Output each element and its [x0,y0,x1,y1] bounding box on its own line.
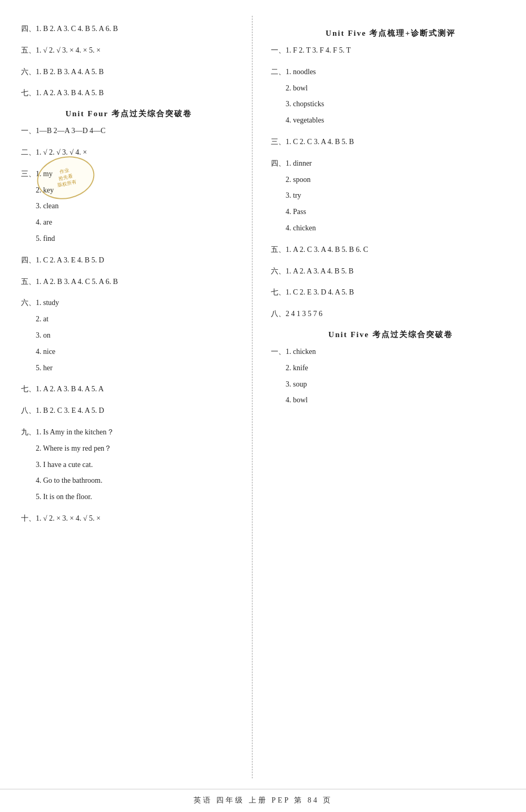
left-s13-item1: 九、1. Is Amy in the kitchen？ [21,424,236,441]
left-s4: 七、1. A 2. A 3. B 4. A 5. B [21,85,236,102]
right-s9: 一、1. chicken 2. knife 3. soup 4. bowl [271,344,510,409]
left-s7-line5: 5. find [21,231,236,247]
right-s8-line1: 八、2 4 1 3 5 7 6 [271,306,510,322]
right-s8: 八、2 4 1 3 5 7 6 [271,306,510,322]
left-s1: 四、1. B 2. A 3. C 4. B 5. A 6. B [21,21,236,37]
right-s7: 七、1. C 2. E 3. D 4. A 5. B [271,285,510,301]
right-s7-line1: 七、1. C 2. E 3. D 4. A 5. B [271,285,510,301]
right-s3-line1: 三、1. C 2. C 3. A 4. B 5. B [271,134,510,150]
right-s9-item2: 2. knife [271,360,510,377]
left-s11: 七、1. A 2. A 3. B 4. A 5. A [21,381,236,398]
right-s4-item2: 2. spoon [271,172,510,188]
left-s1-line1: 四、1. B 2. A 3. C 4. B 5. A 6. B [21,21,236,37]
left-s14: 十、1. √ 2. × 3. × 4. √ 5. × [21,511,236,527]
left-s7-line1: 三、1. my 作业抢先看版权所有 [21,166,53,182]
right-column: Unit Five 考点梳理+诊断式测评 一、1. F 2. T 3. F 4.… [252,16,526,778]
right-s2: 二、1. noodles 2. bowl 3. chopsticks 4. ve… [271,64,510,129]
left-s14-line1: 十、1. √ 2. × 3. × 4. √ 5. × [21,511,236,527]
left-title1: Unit Four 考点过关综合突破卷 [21,109,236,119]
left-s7: 三、1. my 作业抢先看版权所有 2. key 3. clean 4. are… [21,166,236,247]
left-s2: 五、1. √ 2. √ 3. × 4. × 5. × [21,43,236,59]
left-s13-item3: 3. I have a cute cat. [21,457,236,473]
left-s10-item4: 4. nice [21,344,236,360]
page: 四、1. B 2. A 3. C 4. B 5. A 6. B 五、1. √ 2… [0,0,526,812]
right-s4-item4: 4. Pass [271,204,510,220]
left-s6: 二、1. √ 2. √ 3. √ 4. × [21,145,236,161]
right-s5-line1: 五、1. A 2. C 3. A 4. B 5. B 6. C [271,242,510,258]
left-s9-line1: 五、1. A 2. B 3. A 4. C 5. A 6. B [21,274,236,290]
right-s1: 一、1. F 2. T 3. F 4. F 5. T [271,43,510,59]
left-s7-line3: 3. clean [21,198,236,215]
right-s4-item5: 4. chicken [271,220,510,237]
right-s4-item1: 四、1. dinner [271,156,510,172]
left-s5-line1: 一、1—B 2—A 3—D 4—C [21,123,236,139]
left-column: 四、1. B 2. A 3. C 4. B 5. A 6. B 五、1. √ 2… [0,16,252,778]
right-s2-item4: 4. vegetables [271,113,510,129]
page-footer: 英语 四年级 上册 PEP 第 84 页 [0,789,526,805]
left-s3-line1: 六、1. B 2. B 3. A 4. A 5. B [21,64,236,80]
right-s9-item1: 一、1. chicken [271,344,510,360]
left-s11-line1: 七、1. A 2. A 3. B 4. A 5. A [21,381,236,398]
right-title1: Unit Five 考点梳理+诊断式测评 [271,28,510,38]
right-title2: Unit Five 考点过关综合突破卷 [271,330,510,340]
columns: 四、1. B 2. A 3. C 4. B 5. A 6. B 五、1. √ 2… [0,16,526,778]
left-s10-item1: 六、1. study [21,295,236,311]
left-s5: 一、1—B 2—A 3—D 4—C [21,123,236,139]
left-s3: 六、1. B 2. B 3. A 4. A 5. B [21,64,236,80]
right-s9-item3: 3. soup [271,377,510,393]
right-s3: 三、1. C 2. C 3. A 4. B 5. B [271,134,510,150]
left-s10-item5: 5. her [21,360,236,377]
left-s7-line4: 4. are [21,215,236,231]
right-s4-item3: 3. try [271,188,510,204]
left-s2-line1: 五、1. √ 2. √ 3. × 4. × 5. × [21,43,236,59]
left-s8-line1: 四、1. C 2. A 3. E 4. B 5. D [21,252,236,269]
left-s4-line1: 七、1. A 2. A 3. B 4. A 5. B [21,85,236,102]
right-s6-line1: 六、1. A 2. A 3. A 4. B 5. B [271,263,510,280]
left-s13-item2: 2. Where is my red pen？ [21,441,236,457]
left-s10-item3: 3. on [21,328,236,344]
left-s13-item4: 4. Go to the bathroom. [21,473,236,489]
left-s8: 四、1. C 2. A 3. E 4. B 5. D [21,252,236,269]
left-s13-item5: 5. It is on the floor. [21,489,236,505]
right-s9-item4: 4. bowl [271,392,510,409]
right-s6: 六、1. A 2. A 3. A 4. B 5. B [271,263,510,280]
left-s9: 五、1. A 2. B 3. A 4. C 5. A 6. B [21,274,236,290]
left-s10: 六、1. study 2. at 3. on 4. nice 5. her [21,295,236,376]
right-s2-item3: 3. chopsticks [271,96,510,113]
right-s2-item1: 二、1. noodles [271,64,510,80]
left-s13: 九、1. Is Amy in the kitchen？ 2. Where is … [21,424,236,505]
right-s2-item2: 2. bowl [271,80,510,97]
left-s6-line1: 二、1. √ 2. √ 3. √ 4. × [21,145,236,161]
right-s5: 五、1. A 2. C 3. A 4. B 5. B 6. C [271,242,510,258]
right-s4: 四、1. dinner 2. spoon 3. try 4. Pass 4. c… [271,156,510,237]
right-s1-line1: 一、1. F 2. T 3. F 4. F 5. T [271,43,510,59]
left-s12: 八、1. B 2. C 3. E 4. A 5. D [21,403,236,419]
left-s12-line1: 八、1. B 2. C 3. E 4. A 5. D [21,403,236,419]
stamp-text: 作业抢先看版权所有 [55,167,77,189]
left-s10-item2: 2. at [21,311,236,328]
